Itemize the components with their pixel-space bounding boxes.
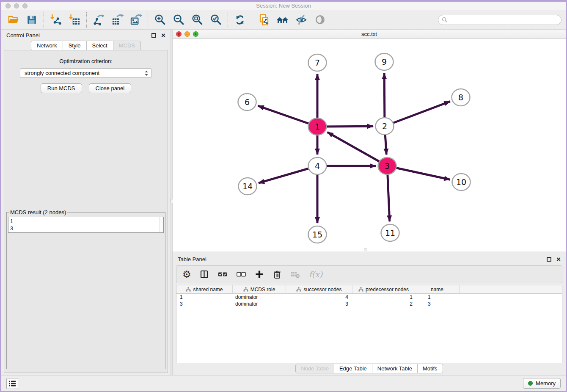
function-builder-icon-disabled[interactable]: f(x) bbox=[309, 269, 323, 280]
column-header-name[interactable]: name bbox=[415, 285, 460, 293]
home-networks-icon[interactable] bbox=[276, 13, 289, 27]
tab-style[interactable]: Style bbox=[63, 41, 86, 50]
optimization-criterion-label: Optimization criterion: bbox=[59, 58, 113, 64]
table-cell: dominator bbox=[233, 294, 286, 301]
graph-node-6[interactable]: 6 bbox=[238, 94, 256, 110]
graph-node-label: 11 bbox=[385, 228, 395, 237]
graph-node-label: 7 bbox=[315, 58, 320, 67]
network-minimize-button[interactable]: – bbox=[184, 31, 190, 37]
memory-button[interactable]: Memory bbox=[523, 378, 561, 389]
search-input[interactable] bbox=[450, 17, 558, 23]
table-cell: dominator bbox=[233, 301, 286, 307]
network-window-titlebar: x – + scc.txt bbox=[173, 30, 566, 39]
close-panel-icon[interactable]: × bbox=[161, 33, 165, 38]
graph-node-label: 3 bbox=[385, 161, 390, 171]
clone-network-icon[interactable] bbox=[257, 13, 271, 27]
column-header-predecessor-nodes[interactable]: predecessor nodes bbox=[352, 285, 415, 293]
show-columns-icon[interactable] bbox=[200, 269, 209, 280]
tab-motifs[interactable]: Motifs bbox=[417, 364, 443, 373]
save-session-icon[interactable] bbox=[25, 13, 39, 27]
graph-node-8[interactable]: 8 bbox=[452, 89, 470, 106]
export-image-icon[interactable] bbox=[129, 13, 143, 27]
graph-node-1[interactable]: 1 bbox=[308, 118, 327, 135]
graph-node-15[interactable]: 15 bbox=[308, 226, 327, 243]
table-tabs: Node TableEdge TableNetwork TableMotifs bbox=[173, 363, 566, 375]
window-title: Session: New Session bbox=[256, 3, 311, 9]
graph-node-label: 4 bbox=[315, 161, 320, 171]
table-settings-gear-icon[interactable]: ⚙ bbox=[182, 269, 191, 280]
network-zoom-button[interactable]: + bbox=[193, 31, 198, 37]
open-session-icon[interactable] bbox=[6, 13, 20, 27]
graph-node-10[interactable]: 10 bbox=[452, 174, 471, 190]
table-row[interactable]: 1dominator411 bbox=[176, 294, 562, 301]
tab-edge-table[interactable]: Edge Table bbox=[334, 364, 372, 373]
list-icon bbox=[8, 380, 16, 387]
horizontal-splitter[interactable] bbox=[173, 251, 566, 254]
table-cell: 1 bbox=[415, 294, 460, 301]
network-canvas[interactable]: 7968124314101511 bbox=[173, 39, 566, 251]
graph-node-3[interactable]: 3 bbox=[378, 157, 396, 174]
tab-node-table[interactable]: Node Table bbox=[295, 364, 334, 373]
tab-select[interactable]: Select bbox=[86, 41, 113, 50]
tab-mcds[interactable]: MCDS bbox=[113, 41, 141, 50]
graph-node-4[interactable]: 4 bbox=[308, 157, 327, 174]
close-panel-button[interactable]: Close panel bbox=[89, 83, 132, 93]
search-icon bbox=[442, 17, 448, 23]
graph-node-label: 14 bbox=[242, 182, 253, 191]
zoom-fit-icon[interactable] bbox=[190, 13, 204, 27]
zoom-in-icon[interactable] bbox=[153, 13, 167, 27]
search-field[interactable] bbox=[438, 15, 561, 25]
zoom-selected-icon[interactable] bbox=[209, 13, 223, 27]
graph-edge-2-8[interactable] bbox=[385, 102, 450, 126]
minimize-window-button[interactable] bbox=[14, 3, 19, 8]
maximize-window-button[interactable] bbox=[22, 3, 28, 8]
hierarchy-icon bbox=[243, 287, 248, 292]
canvas-splitter-grip[interactable] bbox=[364, 248, 367, 251]
graph-node-label: 15 bbox=[312, 230, 322, 239]
graph-edge-3-10[interactable] bbox=[387, 166, 450, 179]
bird-view-disabled-icon[interactable] bbox=[313, 13, 327, 27]
task-history-button[interactable] bbox=[6, 378, 18, 389]
mcds-result-title: MCDS result (2 nodes) bbox=[9, 209, 67, 215]
import-network-icon[interactable] bbox=[49, 13, 63, 27]
graph-node-14[interactable]: 14 bbox=[239, 178, 257, 195]
window-controls bbox=[6, 3, 28, 8]
refresh-view-icon[interactable] bbox=[233, 13, 247, 27]
network-window-title: scc.txt bbox=[361, 31, 377, 37]
tab-network-table[interactable]: Network Table bbox=[372, 364, 417, 373]
export-table-icon[interactable] bbox=[110, 13, 124, 27]
criterion-dropdown[interactable]: strongly connected component bbox=[20, 68, 152, 78]
close-window-button[interactable] bbox=[6, 3, 11, 8]
network-graph[interactable]: 7968124314101511 bbox=[173, 39, 566, 251]
graph-node-11[interactable]: 11 bbox=[381, 224, 399, 241]
mcds-result-text[interactable]: 1 3 bbox=[8, 217, 160, 232]
delete-column-icon[interactable] bbox=[272, 269, 282, 280]
table-cell: 3 bbox=[415, 301, 460, 307]
select-all-columns-icon[interactable] bbox=[217, 269, 228, 280]
graph-edge-3-1[interactable] bbox=[328, 132, 387, 166]
float-table-panel-icon[interactable] bbox=[547, 257, 551, 262]
import-table-icon[interactable] bbox=[68, 13, 81, 27]
hide-glasses-icon[interactable] bbox=[295, 13, 308, 27]
column-header-shared-name[interactable]: shared name bbox=[176, 285, 233, 293]
network-close-button[interactable]: x bbox=[176, 31, 182, 37]
column-header-successor-nodes[interactable]: successor nodes bbox=[286, 285, 352, 293]
run-mcds-button[interactable]: Run MCDS bbox=[41, 83, 82, 93]
create-column-icon[interactable] bbox=[255, 269, 264, 280]
unselect-all-columns-icon[interactable] bbox=[236, 269, 246, 280]
close-table-panel-icon[interactable]: × bbox=[556, 257, 561, 262]
tab-network[interactable]: Network bbox=[31, 41, 63, 50]
table-row[interactable]: 3dominator323 bbox=[176, 301, 562, 307]
column-header-MCDS-role[interactable]: MCDS role bbox=[233, 285, 286, 293]
result-scrollbar[interactable] bbox=[160, 217, 163, 232]
table-cell: 2 bbox=[352, 301, 415, 307]
graph-node-label: 6 bbox=[245, 97, 250, 107]
graph-node-label: 9 bbox=[382, 57, 387, 66]
graph-node-2[interactable]: 2 bbox=[376, 118, 394, 135]
zoom-out-icon[interactable] bbox=[172, 13, 185, 27]
graph-node-9[interactable]: 9 bbox=[375, 53, 394, 70]
graph-node-7[interactable]: 7 bbox=[308, 54, 327, 71]
delete-table-icon-disabled[interactable] bbox=[290, 269, 300, 280]
export-network-icon[interactable] bbox=[92, 13, 105, 27]
float-panel-icon[interactable] bbox=[151, 33, 156, 38]
